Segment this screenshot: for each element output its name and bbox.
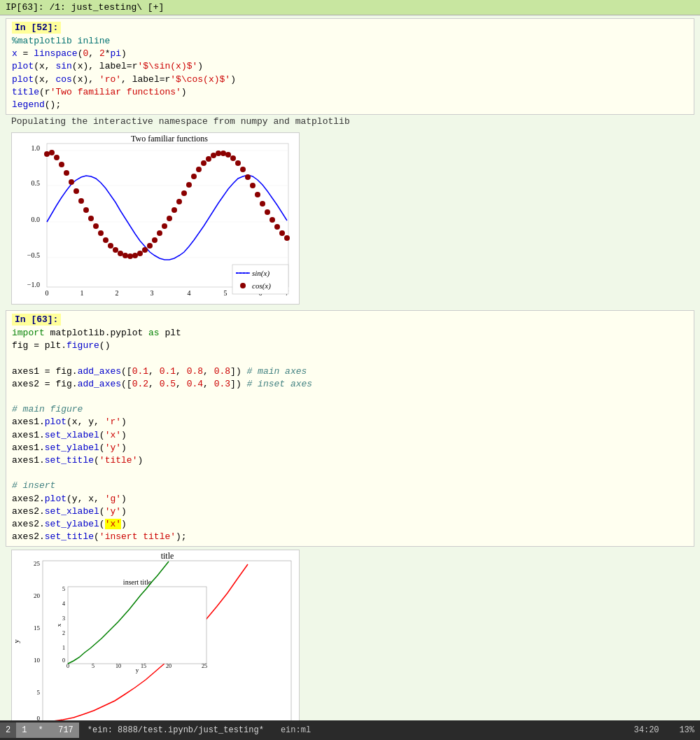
svg-text:title: title bbox=[161, 551, 174, 561]
svg-point-33 bbox=[108, 243, 113, 249]
svg-text:y: y bbox=[136, 666, 139, 673]
svg-text:4: 4 bbox=[188, 289, 191, 297]
svg-point-56 bbox=[220, 151, 226, 156]
svg-text:x: x bbox=[55, 624, 62, 627]
svg-point-53 bbox=[206, 156, 211, 162]
svg-point-25 bbox=[69, 179, 74, 185]
svg-point-59 bbox=[235, 160, 241, 166]
svg-point-58 bbox=[230, 155, 236, 161]
titlebar: IP[63]: /1: just_testing\ [+] bbox=[0, 0, 700, 15]
notebook[interactable]: In [52]: %matplotlib inline x = linspace… bbox=[0, 15, 700, 720]
svg-point-63 bbox=[255, 192, 260, 197]
svg-point-62 bbox=[250, 183, 255, 188]
cell-52-code: %matplotlib inline x = linspace(0, 2*pi)… bbox=[12, 35, 688, 111]
titlebar-text: IP[63]: /1: just_testing\ [+] bbox=[6, 2, 164, 13]
status-position: 34:20 13% bbox=[629, 722, 700, 738]
svg-point-54 bbox=[211, 153, 216, 158]
svg-point-65 bbox=[265, 209, 270, 215]
svg-point-26 bbox=[74, 188, 79, 194]
svg-point-31 bbox=[98, 230, 104, 236]
status-cell-2: 2 bbox=[0, 722, 16, 738]
svg-point-64 bbox=[260, 201, 265, 207]
status-modified: * bbox=[38, 725, 43, 735]
svg-point-34 bbox=[113, 247, 118, 253]
svg-point-42 bbox=[152, 237, 158, 243]
status-file: *ein: 8888/test.ipynb/just_testing* bbox=[79, 722, 272, 738]
svg-text:15: 15 bbox=[141, 663, 146, 669]
svg-point-28 bbox=[83, 207, 89, 213]
plot-2-svg: title y x 25 20 15 10 5 0 0 1 2 3 4 5 bbox=[12, 550, 299, 720]
svg-text:15: 15 bbox=[34, 624, 41, 631]
svg-point-69 bbox=[284, 235, 290, 241]
status-mode: ein:ml bbox=[272, 722, 319, 738]
cell-52-output: Populating the interactive namespace fro… bbox=[6, 115, 694, 130]
svg-point-32 bbox=[103, 237, 108, 243]
svg-text:20: 20 bbox=[34, 592, 41, 599]
svg-point-41 bbox=[147, 243, 153, 249]
svg-text:1: 1 bbox=[80, 289, 84, 297]
cell-52-output-text: Populating the interactive namespace fro… bbox=[11, 116, 350, 127]
svg-text:5: 5 bbox=[92, 663, 94, 669]
svg-point-52 bbox=[201, 160, 206, 166]
svg-text:−0.5: −0.5 bbox=[27, 251, 40, 259]
svg-text:10: 10 bbox=[34, 657, 41, 664]
svg-point-43 bbox=[157, 230, 162, 236]
svg-point-44 bbox=[162, 223, 167, 229]
svg-text:2: 2 bbox=[115, 289, 119, 297]
svg-point-21 bbox=[49, 150, 55, 155]
svg-point-40 bbox=[142, 247, 148, 253]
status-indicator: * 717 bbox=[32, 722, 78, 738]
plot-1: Two familiar functions 1.0 0.5 0.0 −0.5 … bbox=[11, 132, 300, 305]
svg-text:0: 0 bbox=[66, 663, 69, 669]
svg-text:insert title: insert title bbox=[123, 578, 152, 586]
svg-text:3: 3 bbox=[150, 289, 154, 297]
svg-point-48 bbox=[181, 190, 187, 196]
svg-point-22 bbox=[54, 155, 59, 160]
svg-text:2: 2 bbox=[62, 630, 65, 636]
svg-text:0.5: 0.5 bbox=[31, 179, 41, 187]
svg-text:5: 5 bbox=[224, 289, 227, 297]
svg-point-49 bbox=[186, 182, 192, 188]
svg-rect-93 bbox=[68, 587, 206, 664]
svg-text:sin(x): sin(x) bbox=[252, 269, 270, 278]
svg-point-46 bbox=[172, 207, 177, 213]
svg-text:3: 3 bbox=[62, 615, 65, 622]
status-pos: 34:20 bbox=[634, 725, 659, 735]
svg-text:10: 10 bbox=[115, 663, 121, 669]
cell-63-code: import matplotlib.pyplot as plt fig = pl… bbox=[12, 327, 688, 543]
svg-point-27 bbox=[78, 198, 84, 204]
svg-point-47 bbox=[176, 199, 182, 204]
svg-text:0.0: 0.0 bbox=[31, 216, 41, 223]
svg-text:1: 1 bbox=[62, 645, 65, 651]
svg-point-20 bbox=[44, 151, 50, 157]
svg-point-55 bbox=[216, 151, 221, 156]
svg-point-67 bbox=[274, 224, 280, 230]
cell-52: In [52]: %matplotlib inline x = linspace… bbox=[6, 18, 694, 307]
svg-point-68 bbox=[279, 230, 285, 236]
svg-point-30 bbox=[93, 223, 99, 229]
svg-text:5: 5 bbox=[62, 586, 65, 592]
plot-1-svg: Two familiar functions 1.0 0.5 0.0 −0.5 … bbox=[12, 133, 299, 301]
svg-point-23 bbox=[59, 162, 64, 167]
cell-63-prompt: In [63]: bbox=[12, 314, 61, 326]
svg-text:25: 25 bbox=[34, 560, 41, 567]
svg-text:0: 0 bbox=[37, 715, 41, 720]
cell-63-input[interactable]: In [63]: import matplotlib.pyplot as plt… bbox=[6, 310, 694, 547]
svg-point-36 bbox=[122, 253, 128, 258]
cell-52-prompt: In [52]: bbox=[12, 22, 61, 34]
cell-63: In [63]: import matplotlib.pyplot as plt… bbox=[6, 310, 694, 720]
svg-point-35 bbox=[118, 251, 123, 256]
svg-point-38 bbox=[132, 253, 138, 258]
status-percent: 13% bbox=[679, 725, 694, 735]
svg-point-66 bbox=[270, 217, 275, 223]
cell-52-input[interactable]: In [52]: %matplotlib inline x = linspace… bbox=[6, 18, 694, 115]
svg-point-37 bbox=[127, 253, 133, 259]
svg-text:5: 5 bbox=[37, 689, 41, 696]
plot1-title: Two familiar functions bbox=[131, 134, 208, 144]
svg-text:−1.0: −1.0 bbox=[27, 281, 40, 288]
plot-2: title y x 25 20 15 10 5 0 0 1 2 3 4 5 bbox=[11, 550, 300, 720]
svg-point-60 bbox=[240, 167, 246, 172]
svg-text:20: 20 bbox=[166, 663, 172, 669]
svg-point-29 bbox=[88, 216, 94, 221]
status-linecount: 717 bbox=[58, 725, 74, 735]
